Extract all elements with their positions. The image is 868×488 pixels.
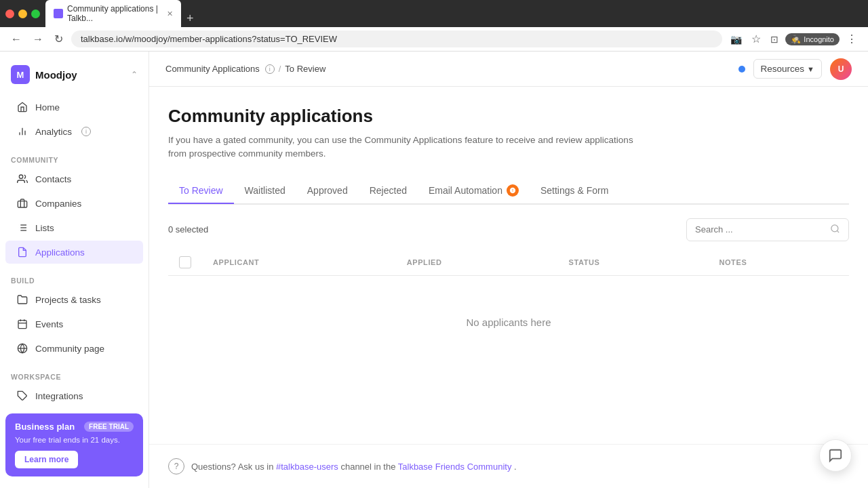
avatar[interactable]: U: [830, 58, 852, 80]
breadcrumb-current: To Review: [285, 64, 326, 74]
sidebar-item-home[interactable]: Home: [5, 96, 143, 119]
reload-button[interactable]: ↻: [52, 30, 66, 48]
table-header-applicant: APPLICANT: [202, 249, 396, 276]
select-all-checkbox[interactable]: [179, 256, 191, 268]
table-body: No applicants here: [168, 275, 849, 369]
maximize-window-button[interactable]: [31, 9, 40, 18]
page-title: Community applications: [168, 106, 849, 127]
back-button[interactable]: ←: [8, 30, 24, 48]
close-window-button[interactable]: [5, 9, 14, 18]
tab-favicon: [54, 9, 63, 18]
address-bar: ← → ↻ 📷 ☆ ⊡ 🕵 Incognito ⋮: [0, 27, 868, 52]
header-right: Resources ▼ U: [738, 58, 852, 80]
resources-label: Resources: [761, 64, 805, 74]
forward-button[interactable]: →: [30, 30, 46, 48]
puzzle-icon: [16, 390, 28, 402]
table-controls: 0 selected: [168, 218, 849, 241]
breadcrumb-root[interactable]: Community Applications: [165, 64, 260, 74]
tab-waitlisted[interactable]: Waitlisted: [234, 178, 296, 204]
sidebar-item-applications[interactable]: Applications: [5, 241, 143, 264]
search-box[interactable]: [686, 218, 849, 241]
tab-to-review[interactable]: To Review: [168, 178, 234, 204]
workspace-section-label: WORKSPACE: [0, 366, 149, 384]
email-automation-alert-badge: [507, 184, 519, 197]
sidebar: M Moodjoy ⌃ Home Analytics i COMMUNITY C: [0, 52, 149, 488]
address-right-controls: 📷 ☆ ⊡ 🕵 Incognito ⋮: [728, 30, 860, 48]
sidebar-item-community-page[interactable]: Community page: [5, 337, 143, 360]
content-header: Community Applications i / To Review Res…: [149, 52, 868, 87]
footer-community-link[interactable]: Talkbase Friends Community: [398, 462, 512, 472]
incognito-badge: 🕵 Incognito: [785, 33, 840, 45]
page-footer: ? Questions? Ask us in #talkbase-users c…: [149, 444, 868, 488]
footer-help: ? Questions? Ask us in #talkbase-users c…: [168, 458, 849, 474]
sidebar-item-events[interactable]: Events: [5, 312, 143, 336]
sidebar-item-analytics[interactable]: Analytics i: [5, 120, 143, 143]
sidebar-item-lists[interactable]: Lists: [5, 216, 143, 239]
sidebar-item-label-contacts: Contacts: [35, 174, 71, 184]
bookmark-button[interactable]: ☆: [749, 30, 764, 48]
resources-chevron-icon: ▼: [807, 65, 814, 73]
new-tab-button[interactable]: +: [182, 10, 198, 27]
tab-approved[interactable]: Approved: [296, 178, 359, 204]
table-header: APPLICANT APPLIED STATUS NOTES: [168, 249, 849, 276]
empty-state: No applicants here: [168, 276, 849, 369]
chat-bubble-button[interactable]: [819, 439, 852, 472]
brand-icon: M: [11, 65, 30, 84]
app-layout: M Moodjoy ⌃ Home Analytics i COMMUNITY C: [0, 52, 868, 488]
table-header-status: STATUS: [557, 249, 708, 276]
sidebar-item-label-events: Events: [35, 319, 63, 329]
footer-channel-link[interactable]: #talkbase-users: [276, 462, 338, 472]
resources-button[interactable]: Resources ▼: [753, 59, 822, 79]
sidebar-brand[interactable]: M Moodjoy ⌃: [0, 60, 149, 95]
sidebar-item-projects[interactable]: Projects & tasks: [5, 288, 143, 311]
sidebar-item-label-integrations: Integrations: [35, 391, 83, 401]
banner-subtitle: Your free trial ends in 21 days.: [15, 436, 134, 444]
breadcrumb: Community Applications i / To Review: [165, 64, 326, 74]
footer-help-text: Questions? Ask us in #talkbase-users cha…: [191, 462, 517, 472]
sidebar-item-label-lists: Lists: [35, 223, 54, 233]
breadcrumb-info-icon: i: [265, 64, 275, 74]
browser-menu-button[interactable]: ⋮: [844, 30, 860, 48]
table-header-check: [168, 249, 202, 276]
camera-off-icon[interactable]: 📷: [728, 31, 745, 47]
tab-settings-form[interactable]: Settings & Form: [530, 178, 619, 204]
sidebar-item-label-home: Home: [35, 102, 60, 113]
tab-close-button[interactable]: ✕: [167, 9, 173, 18]
table-empty-row: No applicants here: [168, 275, 849, 369]
sidebar-item-label-analytics: Analytics: [35, 127, 72, 137]
calendar-icon: [16, 318, 28, 330]
incognito-label: Incognito: [804, 35, 834, 43]
active-tab[interactable]: Community applications | Talkb... ✕: [45, 0, 181, 27]
sidebar-item-companies[interactable]: Companies: [5, 192, 143, 215]
svg-point-18: [831, 224, 838, 231]
tab-title: Community applications | Talkb...: [67, 4, 163, 23]
tab-email-automation[interactable]: Email Automation: [418, 178, 530, 205]
svg-line-19: [837, 230, 839, 232]
status-dot: [738, 66, 745, 73]
banner-title: Business plan: [15, 422, 75, 432]
banner-badge: FREE TRIAL: [84, 422, 134, 432]
tab-rejected[interactable]: Rejected: [359, 178, 418, 204]
minimize-window-button[interactable]: [18, 9, 27, 18]
tabs-row: To Review Waitlisted Approved Rejected E…: [168, 178, 849, 205]
breadcrumb-separator: /: [279, 64, 281, 74]
folder-icon: [16, 293, 28, 306]
banner-learn-more-button[interactable]: Learn more: [15, 451, 78, 468]
browser-chrome: Community applications | Talkb... ✕ +: [0, 0, 868, 27]
users-icon: [16, 173, 28, 185]
page-description: If you have a gated community, you can u…: [168, 134, 643, 161]
sidebar-item-label-applications: Applications: [35, 247, 85, 258]
applications-table: APPLICANT APPLIED STATUS NOTES No applic…: [168, 249, 849, 369]
sidebar-item-label-companies: Companies: [35, 199, 81, 209]
selected-count: 0 selected: [168, 224, 208, 235]
search-input[interactable]: [695, 224, 825, 235]
brand-name: Moodjoy: [35, 69, 77, 81]
build-section-label: BUILD: [0, 270, 149, 287]
sidebar-item-integrations[interactable]: Integrations: [5, 384, 143, 407]
split-view-button[interactable]: ⊡: [768, 31, 781, 47]
sidebar-item-label-community-page: Community page: [35, 344, 104, 354]
sidebar-item-contacts[interactable]: Contacts: [5, 167, 143, 190]
list-icon: [16, 222, 28, 234]
url-bar[interactable]: [71, 30, 722, 47]
help-icon: ?: [168, 458, 184, 474]
